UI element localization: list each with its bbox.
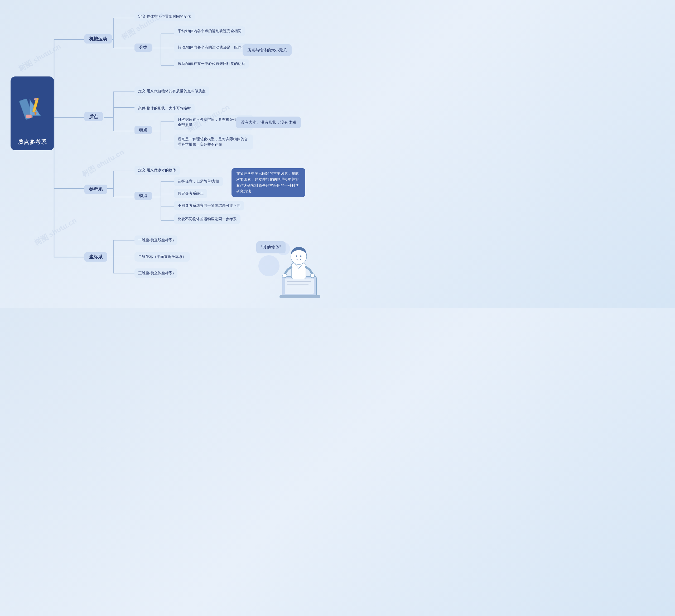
ruler-pencil-icon (18, 93, 47, 122)
watermark-5: 树图 shutu.cn (32, 216, 79, 248)
leaf-ck-def: 定义:用来做参考的物体 (135, 166, 180, 175)
leaf-zd-def: 定义:用来代替物体的有质量的点叫做质点 (135, 86, 209, 96)
leaf-zhendong: 振动:物体在某一中心位置来回往复的运动 (174, 59, 249, 69)
leaf-ck-te3: 不同参考系观察同一物体结果可能不同 (174, 201, 244, 211)
leaf-ck-te1: 选择任意，但需简单/方便 (174, 177, 223, 186)
cat-tedian-zd: 特点 (135, 126, 152, 134)
central-icon-area (18, 76, 47, 139)
anno-nosize: 没有大小、没有形状，没有体积 (236, 117, 301, 128)
watermark-1: 树图 shutu.cn (17, 42, 63, 74)
svg-rect-51 (26, 115, 31, 118)
svg-point-62 (283, 274, 287, 278)
svg-point-60 (296, 255, 297, 257)
leaf-zb-2: 二维坐标（平面直角坐标系） (135, 252, 190, 261)
student-illustration (272, 232, 332, 300)
svg-rect-54 (280, 295, 320, 298)
central-node-label: 质点参考系 (18, 139, 47, 146)
anno-physics: 在物理学中突出问题的主要因素，忽略次要因素，建立理想化的物理模型并将其作为研究对… (231, 168, 305, 197)
watermark-3: 树图 shutu.cn (80, 147, 126, 179)
leaf-jixie-def: 定义:物体空间位置随时间的变化 (135, 12, 195, 21)
cat-zuobiao: 坐标系 (84, 252, 107, 261)
leaf-zd-te2: 质点是一种理想化模型，是对实际物体的合理科学抽象，实际并不存在 (174, 135, 253, 150)
leaf-ck-te2: 假定参考系静止 (174, 189, 207, 198)
anno-size: 质点与物体的大小无关 (242, 44, 292, 56)
cat-cankao: 参考系 (84, 184, 107, 194)
cat-fenlei: 分类 (135, 44, 152, 52)
cat-tedian-ck: 特点 (135, 192, 152, 200)
mind-map: ✕ (0, 0, 338, 308)
leaf-pingdong: 平动:物体内各个点的运动轨迹完全相同 (174, 26, 245, 36)
svg-rect-53 (285, 279, 314, 294)
leaf-zd-tiao: 条件:物体的形状、大小可忽略时 (135, 104, 195, 113)
cat-zhidian: 质点 (84, 112, 103, 121)
leaf-zb-3: 三维坐标(立体坐标系) (135, 268, 177, 278)
leaf-zb-1: 一维坐标(直线坐标系) (135, 235, 177, 245)
leaf-ck-te4: 比较不同物体的运动应选同一参考系 (174, 214, 240, 224)
leaf-zhuandong: 转动:物体内各个点的运动轨迹是一组同心圆 (174, 43, 252, 52)
svg-rect-58 (291, 263, 306, 279)
cat-jixie: 机械运动 (84, 34, 112, 44)
svg-point-61 (300, 255, 302, 257)
central-node: 质点参考系 (11, 76, 54, 150)
svg-point-63 (310, 274, 314, 278)
